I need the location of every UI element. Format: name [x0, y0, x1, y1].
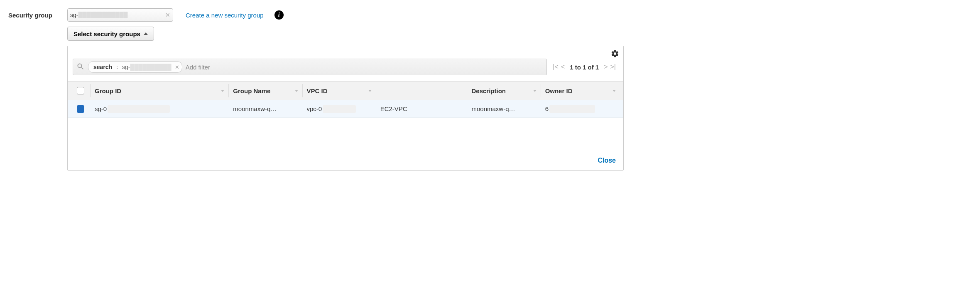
selected-tag-text: sg-████████████	[70, 12, 165, 18]
cell-group-id: sg-0	[91, 105, 228, 113]
dropdown-label: Select security groups	[74, 30, 140, 37]
selected-security-group-tag[interactable]: sg-████████████ ✕	[67, 8, 173, 22]
table-row[interactable]: sg-0 moonmaxw-q… vpc-0 EC2-VPC moonmaxw-…	[68, 100, 623, 118]
security-groups-table: Group ID Group Name VPC ID Description O…	[68, 81, 623, 151]
cell-extra: EC2-VPC	[376, 105, 467, 112]
field-label-security-group: Security group	[8, 12, 62, 19]
filter-chip[interactable]: search: sg-██████████ ✕	[88, 61, 182, 73]
security-groups-panel: search: sg-██████████ ✕ Add filter |< < …	[67, 46, 624, 171]
pagination: |< < 1 to 1 of 1 > >|	[550, 63, 618, 71]
filter-chip-remove-icon[interactable]: ✕	[175, 64, 179, 70]
create-security-group-link[interactable]: Create a new security group	[186, 12, 264, 19]
cell-owner-id: 6	[541, 105, 620, 113]
filter-chip-value: sg-██████████	[122, 64, 172, 70]
cell-description: moonmaxw-q…	[467, 105, 540, 112]
column-header-description[interactable]: Description	[467, 87, 540, 94]
column-header-vpc-id[interactable]: VPC ID	[303, 87, 376, 94]
filter-input[interactable]: search: sg-██████████ ✕ Add filter	[73, 59, 547, 75]
header-checkbox-cell	[71, 87, 90, 94]
cell-group-name: moonmaxw-q…	[229, 105, 302, 112]
column-header-group-id[interactable]: Group ID	[91, 87, 228, 94]
column-header-owner-id[interactable]: Owner ID	[541, 87, 620, 94]
row-checkbox-cell	[71, 105, 90, 113]
page-prev-icon[interactable]: <	[561, 63, 565, 71]
select-all-checkbox[interactable]	[77, 87, 84, 94]
settings-gear-icon[interactable]	[611, 49, 619, 59]
chevron-up-icon	[144, 32, 148, 35]
info-icon[interactable]: i	[274, 10, 284, 20]
column-header-group-name[interactable]: Group Name	[229, 87, 302, 94]
page-last-icon[interactable]: >|	[610, 63, 616, 71]
row-checkbox[interactable]	[77, 105, 84, 113]
cell-vpc-id: vpc-0	[303, 105, 376, 113]
select-security-groups-dropdown[interactable]: Select security groups	[67, 27, 154, 41]
close-button[interactable]: Close	[598, 157, 616, 164]
page-first-icon[interactable]: |<	[553, 63, 559, 71]
filter-placeholder: Add filter	[186, 64, 544, 71]
filter-chip-key: search	[93, 64, 112, 70]
page-next-icon[interactable]: >	[604, 63, 608, 71]
table-header-row: Group ID Group Name VPC ID Description O…	[68, 81, 623, 100]
panel-footer: Close	[68, 151, 623, 170]
clear-tag-icon[interactable]: ✕	[165, 12, 170, 18]
pagination-text: 1 to 1 of 1	[570, 64, 599, 71]
search-icon	[76, 62, 85, 72]
